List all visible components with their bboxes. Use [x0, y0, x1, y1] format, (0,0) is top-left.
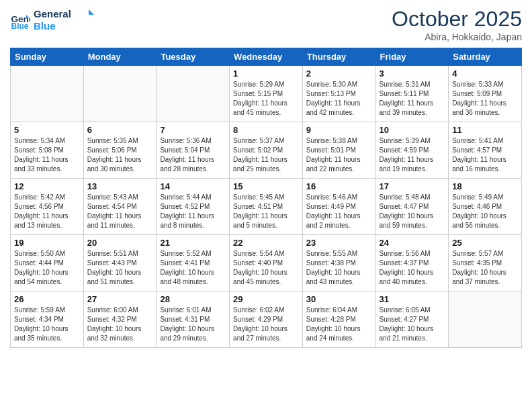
- day-info: Sunrise: 5:51 AM Sunset: 4:43 PM Dayligh…: [87, 249, 153, 287]
- logo: General Blue General Blue: [10, 7, 94, 35]
- day-info: Sunrise: 5:45 AM Sunset: 4:51 PM Dayligh…: [233, 193, 299, 230]
- day-number: 27: [87, 294, 153, 304]
- calendar-cell: 22Sunrise: 5:54 AM Sunset: 4:40 PM Dayli…: [230, 235, 303, 291]
- day-number: 19: [14, 238, 80, 248]
- calendar-cell: 28Sunrise: 6:01 AM Sunset: 4:31 PM Dayli…: [157, 291, 230, 348]
- calendar-cell: 1Sunrise: 5:29 AM Sunset: 5:15 PM Daylig…: [230, 66, 303, 122]
- calendar-cell: 8Sunrise: 5:37 AM Sunset: 5:02 PM Daylig…: [230, 122, 303, 179]
- day-info: Sunrise: 5:35 AM Sunset: 5:06 PM Dayligh…: [87, 136, 153, 174]
- calendar-cell: 5Sunrise: 5:34 AM Sunset: 5:08 PM Daylig…: [11, 122, 84, 179]
- calendar-cell: 11Sunrise: 5:41 AM Sunset: 4:57 PM Dayli…: [449, 122, 522, 179]
- day-number: 9: [306, 125, 372, 135]
- calendar-cell: 24Sunrise: 5:56 AM Sunset: 4:37 PM Dayli…: [375, 235, 449, 291]
- svg-text:Blue: Blue: [34, 20, 56, 32]
- day-number: 3: [380, 68, 445, 79]
- col-thursday: Thursday: [302, 48, 375, 66]
- day-number: 1: [233, 68, 299, 79]
- calendar-week-0: 1Sunrise: 5:29 AM Sunset: 5:15 PM Daylig…: [11, 66, 522, 122]
- calendar-week-1: 5Sunrise: 5:34 AM Sunset: 5:08 PM Daylig…: [11, 122, 522, 179]
- calendar-cell: 7Sunrise: 5:36 AM Sunset: 5:04 PM Daylig…: [157, 122, 230, 179]
- day-info: Sunrise: 5:30 AM Sunset: 5:13 PM Dayligh…: [306, 80, 372, 118]
- day-number: 23: [306, 238, 372, 248]
- day-number: 24: [380, 238, 445, 248]
- month-title: October 2025: [392, 7, 522, 32]
- main-container: General Blue General Blue October 2025 A…: [0, 0, 532, 411]
- day-info: Sunrise: 5:29 AM Sunset: 5:15 PM Dayligh…: [233, 80, 299, 118]
- day-info: Sunrise: 5:50 AM Sunset: 4:44 PM Dayligh…: [14, 249, 80, 287]
- day-info: Sunrise: 5:31 AM Sunset: 5:11 PM Dayligh…: [380, 80, 445, 118]
- calendar-cell: 30Sunrise: 6:04 AM Sunset: 4:28 PM Dayli…: [302, 291, 375, 348]
- col-tuesday: Tuesday: [157, 48, 230, 66]
- calendar-cell: 10Sunrise: 5:39 AM Sunset: 4:59 PM Dayli…: [375, 122, 449, 179]
- day-number: 5: [14, 125, 80, 135]
- calendar-cell: 2Sunrise: 5:30 AM Sunset: 5:13 PM Daylig…: [302, 66, 375, 122]
- day-number: 30: [306, 294, 372, 304]
- day-info: Sunrise: 5:57 AM Sunset: 4:35 PM Dayligh…: [452, 249, 518, 287]
- day-number: 26: [14, 294, 80, 304]
- day-number: 21: [160, 238, 226, 248]
- calendar-cell: [449, 291, 522, 348]
- day-info: Sunrise: 5:59 AM Sunset: 4:34 PM Dayligh…: [14, 306, 80, 343]
- calendar-cell: 16Sunrise: 5:46 AM Sunset: 4:49 PM Dayli…: [302, 179, 375, 235]
- day-number: 17: [380, 181, 445, 191]
- day-number: 6: [87, 125, 153, 135]
- day-number: 12: [14, 181, 80, 191]
- col-saturday: Saturday: [449, 48, 522, 66]
- calendar-cell: 25Sunrise: 5:57 AM Sunset: 4:35 PM Dayli…: [449, 235, 522, 291]
- day-info: Sunrise: 6:04 AM Sunset: 4:28 PM Dayligh…: [306, 306, 372, 343]
- day-number: 4: [452, 68, 518, 79]
- calendar-cell: [83, 66, 157, 122]
- day-number: 29: [233, 294, 299, 304]
- day-info: Sunrise: 6:05 AM Sunset: 4:27 PM Dayligh…: [380, 306, 445, 343]
- day-number: 14: [160, 181, 226, 191]
- day-number: 11: [452, 125, 518, 135]
- svg-text:Blue: Blue: [11, 21, 29, 31]
- day-info: Sunrise: 5:41 AM Sunset: 4:57 PM Dayligh…: [452, 136, 518, 174]
- calendar-cell: 14Sunrise: 5:44 AM Sunset: 4:52 PM Dayli…: [157, 179, 230, 235]
- calendar-week-3: 19Sunrise: 5:50 AM Sunset: 4:44 PM Dayli…: [11, 235, 522, 291]
- calendar-cell: 29Sunrise: 6:02 AM Sunset: 4:29 PM Dayli…: [230, 291, 303, 348]
- day-info: Sunrise: 5:49 AM Sunset: 4:46 PM Dayligh…: [452, 193, 518, 230]
- day-info: Sunrise: 5:56 AM Sunset: 4:37 PM Dayligh…: [380, 249, 445, 287]
- day-info: Sunrise: 5:39 AM Sunset: 4:59 PM Dayligh…: [380, 136, 445, 174]
- col-friday: Friday: [375, 48, 449, 66]
- logo-svg: General Blue: [34, 7, 94, 32]
- calendar-cell: 17Sunrise: 5:48 AM Sunset: 4:47 PM Dayli…: [375, 179, 449, 235]
- calendar-cell: 6Sunrise: 5:35 AM Sunset: 5:06 PM Daylig…: [83, 122, 157, 179]
- day-info: Sunrise: 5:54 AM Sunset: 4:40 PM Dayligh…: [233, 249, 299, 287]
- calendar-cell: 19Sunrise: 5:50 AM Sunset: 4:44 PM Dayli…: [11, 235, 84, 291]
- day-number: 16: [306, 181, 372, 191]
- day-number: 31: [380, 294, 445, 304]
- day-number: 8: [233, 125, 299, 135]
- day-number: 10: [380, 125, 445, 135]
- day-info: Sunrise: 5:46 AM Sunset: 4:49 PM Dayligh…: [306, 193, 372, 230]
- svg-text:General: General: [34, 8, 71, 19]
- day-number: 7: [160, 125, 226, 135]
- col-monday: Monday: [83, 48, 157, 66]
- day-info: Sunrise: 5:43 AM Sunset: 4:54 PM Dayligh…: [87, 193, 153, 230]
- calendar-cell: 4Sunrise: 5:33 AM Sunset: 5:09 PM Daylig…: [449, 66, 522, 122]
- calendar-cell: 26Sunrise: 5:59 AM Sunset: 4:34 PM Dayli…: [11, 291, 84, 348]
- day-info: Sunrise: 5:48 AM Sunset: 4:47 PM Dayligh…: [380, 193, 445, 230]
- location: Abira, Hokkaido, Japan: [392, 32, 522, 42]
- day-info: Sunrise: 6:01 AM Sunset: 4:31 PM Dayligh…: [160, 306, 226, 343]
- title-block: October 2025 Abira, Hokkaido, Japan: [392, 7, 522, 42]
- day-info: Sunrise: 6:00 AM Sunset: 4:32 PM Dayligh…: [87, 306, 153, 343]
- day-info: Sunrise: 5:44 AM Sunset: 4:52 PM Dayligh…: [160, 193, 226, 230]
- day-info: Sunrise: 5:34 AM Sunset: 5:08 PM Dayligh…: [14, 136, 80, 174]
- day-info: Sunrise: 6:02 AM Sunset: 4:29 PM Dayligh…: [233, 306, 299, 343]
- logo-icon: General Blue: [10, 11, 30, 31]
- calendar-cell: 27Sunrise: 6:00 AM Sunset: 4:32 PM Dayli…: [83, 291, 157, 348]
- day-number: 25: [452, 238, 518, 248]
- calendar-table: Sunday Monday Tuesday Wednesday Thursday…: [10, 48, 522, 348]
- calendar-cell: 13Sunrise: 5:43 AM Sunset: 4:54 PM Dayli…: [83, 179, 157, 235]
- calendar-cell: 23Sunrise: 5:55 AM Sunset: 4:38 PM Dayli…: [302, 235, 375, 291]
- day-number: 20: [87, 238, 153, 248]
- calendar-cell: [11, 66, 84, 122]
- day-number: 18: [452, 181, 518, 191]
- day-number: 2: [306, 68, 372, 79]
- col-sunday: Sunday: [11, 48, 84, 66]
- day-info: Sunrise: 5:55 AM Sunset: 4:38 PM Dayligh…: [306, 249, 372, 287]
- day-number: 28: [160, 294, 226, 304]
- calendar-cell: 20Sunrise: 5:51 AM Sunset: 4:43 PM Dayli…: [83, 235, 157, 291]
